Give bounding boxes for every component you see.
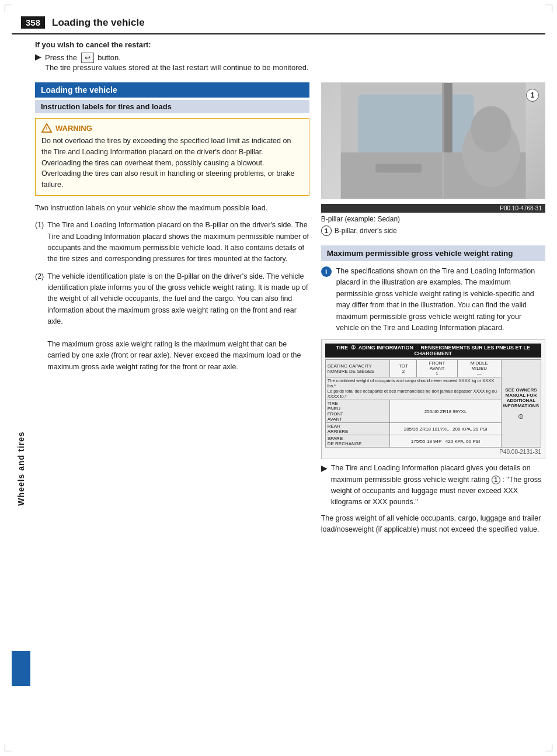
restart-button: ↩	[81, 53, 94, 63]
caption-item-1: 1 B-pillar, driver's side	[321, 226, 545, 236]
max-weight-header: Maximum permissible gross vehicle weight…	[321, 245, 545, 261]
image-caption-bar: P00.10-4768-31	[321, 204, 545, 213]
car-interior-svg	[322, 83, 545, 199]
image-badge-1: 1	[526, 89, 539, 102]
body-intro: Two instruction labels on your vehicle s…	[35, 203, 309, 214]
numbered-list: (1) The Tire and Loading Information pla…	[35, 220, 309, 373]
svg-rect-9	[442, 83, 444, 199]
placard-header: TIRE ① ADING INFORMATION RENSEIGNEMENTS …	[325, 344, 541, 358]
section-header-loading: Loading the vehicle	[35, 82, 309, 98]
list-item-2-text: The vehicle identification plate is on t…	[47, 271, 309, 373]
see-owners-manual: SEE OWNERSMANUAL FORADDITIONALINFORMATIO…	[501, 360, 541, 448]
placard-table: SEATING CAPACITYNOMBRE DE SIÈGES TOT2 FR…	[325, 359, 541, 448]
bullet-arrow-2-icon: ▶	[321, 462, 328, 475]
corner-mark-bl	[5, 744, 12, 751]
warning-triangle-icon: !	[41, 123, 52, 133]
sidebar-label-text: Wheels and tires	[16, 431, 26, 505]
num-label-1: (1)	[35, 220, 44, 265]
cancel-restart-bullet: ▶ Press the ↩ button. The tire pressure …	[35, 53, 545, 72]
placard-seating-label: SEATING CAPACITYNOMBRE DE SIÈGES	[325, 360, 390, 377]
placard-caption: P40.00-2131-31	[325, 449, 541, 455]
placard-image: TIRE ① ADING INFORMATION RENSEIGNEMENTS …	[321, 339, 545, 459]
page-title: Loading the vehicle	[52, 17, 145, 29]
page-header: 358 Loading the vehicle	[12, 12, 545, 34]
two-column-layout: Loading the vehicle Instruction labels f…	[35, 82, 545, 542]
warning-box: ! WARNING Do not overload the tires by e…	[35, 118, 309, 196]
svg-point-8	[471, 106, 511, 152]
combined-weight-text: The combined weight of occupants and car…	[325, 377, 501, 400]
right-bottom-bullet: ▶ The Tire and Loading Information placa…	[321, 463, 545, 508]
corner-mark-tl	[5, 5, 12, 12]
main-content: If you wish to cancel the restart: ▶ Pre…	[35, 34, 545, 542]
corner-mark-tr	[545, 5, 552, 12]
svg-rect-3	[358, 95, 474, 158]
placard-bullet: ▶ The Tire and Loading Information placa…	[321, 463, 545, 508]
svg-text:!: !	[46, 126, 48, 131]
placard-bullet-text: The Tire and Loading Information placard…	[331, 463, 545, 508]
vehicle-image: 1	[321, 82, 545, 199]
restart-icon: ↩	[85, 54, 90, 62]
max-weight-title: Maximum permissible gross vehicle weight…	[327, 249, 539, 258]
right-column: 1 P00.10-4768-31 B-pillar (example: Seda…	[321, 82, 545, 542]
num-label-2: (2)	[35, 271, 44, 373]
list-item-1-text: The Tire and Loading Information placard…	[47, 220, 309, 265]
sub-section-header-instruction: Instruction labels for tires and loads	[35, 100, 309, 113]
sidebar-blue-block	[12, 651, 30, 686]
press-the-text: Press the ↩ button. The tire pressure va…	[45, 53, 309, 72]
list-item-2: (2) The vehicle identification plate is …	[35, 271, 309, 373]
cancel-restart-section: If you wish to cancel the restart: ▶ Pre…	[35, 40, 545, 72]
image-caption: B-pillar (example: Sedan)	[321, 215, 545, 223]
page-number: 358	[21, 16, 45, 29]
caption-circled-1: 1	[321, 226, 332, 236]
left-column: Loading the vehicle Instruction labels f…	[35, 82, 309, 542]
bullet-arrow-icon: ▶	[35, 52, 41, 61]
list-item-1: (1) The Tire and Loading Information pla…	[35, 220, 309, 265]
footer-text: The gross weight of all vehicle occupant…	[321, 513, 545, 536]
info-circle-icon: i	[321, 266, 332, 277]
info-note-text: The specifications shown on the Tire and…	[336, 266, 545, 334]
svg-rect-6	[375, 164, 422, 173]
warning-title: ! WARNING	[41, 123, 303, 133]
corner-mark-br	[545, 744, 552, 751]
warning-text: Do not overload the tires by exceeding t…	[41, 136, 303, 190]
info-note: i The specifications shown on the Tire a…	[321, 266, 545, 334]
circled-num-1: 1	[492, 476, 500, 484]
cancel-restart-title: If you wish to cancel the restart:	[35, 40, 545, 49]
vehicle-image-placeholder	[322, 83, 545, 199]
